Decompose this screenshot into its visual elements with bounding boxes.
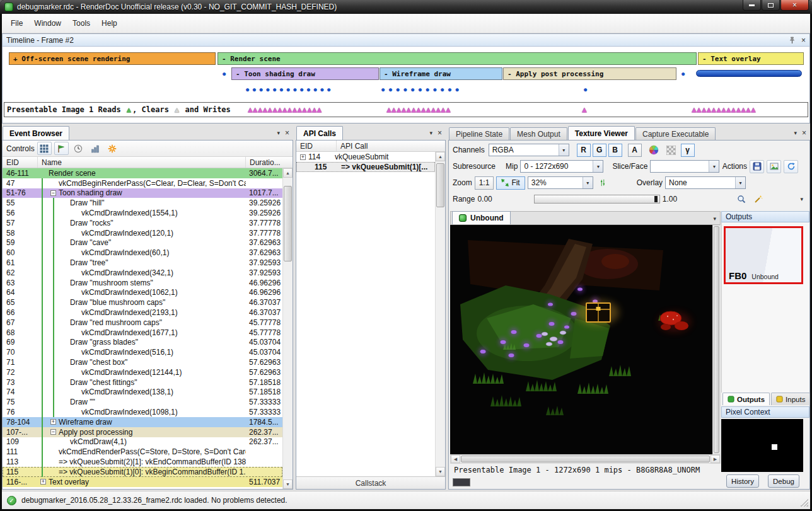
mip-select[interactable]: 0 - 1272x690 ▾: [520, 160, 603, 173]
timeline-draw-dots-toon[interactable]: ●●●●●●●●●●●●●: [245, 86, 334, 93]
event-row[interactable]: 109 vkCmdDraw(4,1) 262.37...: [3, 437, 282, 447]
tab-api-calls[interactable]: API Calls: [296, 126, 343, 140]
texture-vertical-scrollbar[interactable]: [712, 225, 721, 454]
texture-horizontal-scrollbar[interactable]: ◀ ▶: [450, 454, 721, 464]
channel-a-button[interactable]: A: [628, 144, 642, 157]
event-row[interactable]: 76 vkCmdDrawIndexed(1098,1) 57.33333: [3, 407, 282, 417]
texture-display[interactable]: [450, 225, 712, 454]
expand-toggle[interactable]: +: [300, 154, 306, 160]
event-row[interactable]: 64 vkCmdDrawIndexed(1062,1) 46.96296: [3, 288, 282, 298]
event-browser-column-headers[interactable]: EID Name Duratio...: [3, 157, 293, 168]
stats-button[interactable]: [88, 142, 103, 155]
overlay-select[interactable]: None ▾: [665, 176, 746, 189]
event-row[interactable]: 60 vkCmdDrawIndexed(60,1) 37.62963: [3, 248, 282, 258]
event-row[interactable]: 55 Draw "hill" 39.25926: [3, 198, 282, 208]
scroll-left-icon[interactable]: ◀: [451, 455, 460, 463]
chevron-down-icon[interactable]: ▾: [794, 130, 797, 136]
event-row[interactable]: 63 Draw "mushroom stems" 46.96296: [3, 278, 282, 288]
tab-texture-unbound[interactable]: Unbound: [452, 211, 511, 224]
api-call-row[interactable]: 115 => vkQueueSubmit(1)[...: [296, 162, 435, 172]
timeline-event-strip[interactable]: [696, 70, 802, 77]
close-button[interactable]: ×: [780, 0, 809, 11]
range-slider[interactable]: [534, 195, 660, 204]
range-slider-handle[interactable]: [654, 196, 658, 202]
menu-item[interactable]: File: [5, 16, 28, 31]
timeline-event-dot[interactable]: ●: [681, 70, 685, 78]
find-event-button[interactable]: [37, 142, 52, 155]
scroll-right-icon[interactable]: ▶: [710, 455, 720, 463]
column-name[interactable]: Name: [38, 157, 246, 168]
callstack-section[interactable]: Callstack: [296, 476, 445, 489]
expand-toggle[interactable]: +: [50, 419, 56, 425]
writes-triangle-group[interactable]: ▲▲▲▲▲▲▲▲▲▲▲▲▲▲▲: [248, 105, 322, 114]
timeline-body[interactable]: + Off-screen scene rendering - Render sc…: [3, 47, 809, 123]
chevron-down-icon[interactable]: ▾: [429, 130, 432, 136]
timeline-usage-row[interactable]: Presentable Image 1 Reads ▲ , Clears ▲ a…: [4, 102, 808, 117]
close-icon[interactable]: ×: [285, 129, 289, 137]
menu-item[interactable]: Help: [96, 16, 123, 31]
event-row[interactable]: 59 Draw "cave" 37.62963: [3, 238, 282, 248]
event-row[interactable]: 58 vkCmdDrawIndexed(120,1) 37.77778: [3, 228, 282, 238]
timeline-draw-dot-postprocess[interactable]: ●: [583, 86, 588, 93]
event-row[interactable]: 62 vkCmdDrawIndexed(342,1) 37.92593: [3, 268, 282, 278]
timeline-event-dot[interactable]: ●: [222, 70, 226, 78]
event-row[interactable]: 46-111 Render scene 3064.7...: [3, 168, 282, 178]
panel-tab[interactable]: Mesh Output: [510, 127, 567, 140]
column-duration[interactable]: Duratio...: [246, 157, 293, 168]
slice-face-select[interactable]: ▾: [650, 160, 719, 173]
time-durations-button[interactable]: [71, 142, 86, 155]
close-icon[interactable]: ×: [802, 129, 806, 137]
event-row[interactable]: 56 vkCmdDrawIndexed(1554,1) 39.25926: [3, 208, 282, 218]
autofit-range-button[interactable]: [751, 193, 765, 206]
event-row[interactable]: 72 vkCmdDrawIndexed(12144,1) 57.62963: [3, 367, 282, 377]
menu-item[interactable]: Tools: [67, 16, 96, 31]
titlebar[interactable]: debugmarker.rdc - RenderDoc Unofficial r…: [0, 0, 812, 14]
event-row[interactable]: 70 vkCmdDrawIndexed(516,1) 45.03704: [3, 347, 282, 357]
timeline-marker-offscreen[interactable]: + Off-screen scene rendering: [9, 52, 216, 65]
scroll-thumb[interactable]: [284, 186, 292, 261]
panel-tab[interactable]: Texture Viewer: [568, 126, 635, 140]
zoom-level-select[interactable]: 32% ▾: [528, 176, 593, 189]
event-row[interactable]: 75 Draw "" 57.33333: [3, 397, 282, 407]
event-row[interactable]: 78-104 + Wireframe draw 1784.5...: [3, 417, 282, 427]
pin-icon[interactable]: [789, 37, 796, 44]
timeline-marker-wireframe[interactable]: - Wireframe draw: [380, 67, 502, 80]
chevron-down-icon[interactable]: ▾: [277, 130, 280, 136]
zoom-range-button[interactable]: [734, 193, 748, 206]
scroll-down-icon[interactable]: ▼: [436, 467, 445, 476]
timeline-panel-header[interactable]: Timeline - Frame #2 ×: [3, 34, 809, 47]
expand-toggle[interactable]: −: [50, 190, 56, 196]
texture-list-chevron-icon[interactable]: ▾: [713, 215, 720, 224]
writes-triangle-group[interactable]: ▲▲▲▲▲▲▲▲▲▲▲▲▲: [386, 105, 451, 114]
close-icon[interactable]: ×: [801, 37, 806, 44]
fb0-thumbnail[interactable]: FB0 Unbound: [724, 226, 803, 284]
checkerboard-background-button[interactable]: [664, 144, 678, 157]
timeline-marker-toon-shading[interactable]: - Toon shading draw: [231, 67, 379, 80]
event-row[interactable]: 115 => vkQueueSubmit(1)[0]: vkBeginComma…: [3, 467, 282, 477]
event-row[interactable]: 69 Draw "grass blades" 45.03704: [3, 338, 282, 348]
color-picker-button[interactable]: [647, 144, 661, 157]
event-row[interactable]: 116-... + Text overlay 511.7037: [3, 477, 282, 487]
scroll-up-icon[interactable]: ▲: [283, 168, 293, 178]
minimize-button[interactable]: [743, 0, 761, 11]
scroll-thumb[interactable]: [714, 226, 719, 453]
export-image-button[interactable]: [767, 160, 781, 173]
tab-event-browser[interactable]: Event Browser: [3, 126, 69, 140]
toolbar-overflow-icon[interactable]: ▾: [800, 196, 803, 202]
timeline-draw-dots-wireframe[interactable]: ●●●●●●●●●●●: [381, 86, 462, 93]
event-row[interactable]: 47 vkCmdBeginRenderPass(C=Clear, D=Clear…: [3, 178, 282, 188]
column-api-call[interactable]: API Call: [337, 141, 445, 151]
event-row[interactable]: 66 vkCmdDrawIndexed(2193,1) 46.37037: [3, 307, 282, 318]
event-row[interactable]: 57 Draw "rocks" 37.77778: [3, 218, 282, 228]
api-calls-column-headers[interactable]: EID API Call: [296, 141, 445, 152]
panel-tab[interactable]: Capture Executable: [635, 127, 716, 140]
channels-select[interactable]: RGBA ▾: [489, 144, 569, 156]
api-call-row[interactable]: + 114 vkQueueSubmit: [296, 152, 435, 162]
event-row[interactable]: 73 Draw "chest fittings" 57.18518: [3, 377, 282, 388]
expand-toggle[interactable]: −: [50, 429, 56, 435]
event-row[interactable]: 71 Draw "chest box" 57.62963: [3, 357, 282, 367]
event-row[interactable]: 65 Draw "blue mushroom caps" 46.37037: [3, 297, 282, 307]
refresh-button[interactable]: [784, 160, 798, 173]
bookmark-button[interactable]: [105, 142, 120, 155]
channel-b-button[interactable]: B: [608, 144, 622, 157]
